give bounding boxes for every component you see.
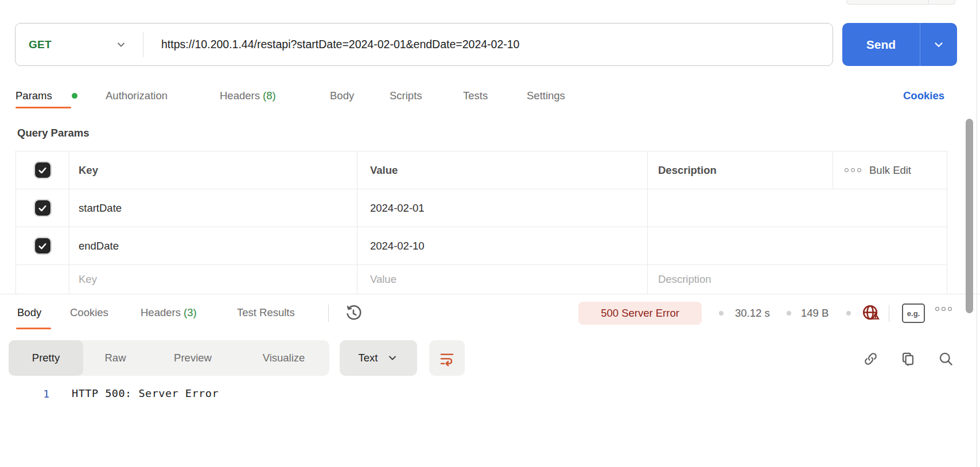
wrap-lines-button[interactable]: [429, 340, 465, 376]
active-tab-underline: [15, 107, 71, 108]
meta-divider: [889, 305, 889, 322]
meta-separator-dot: [719, 311, 724, 316]
param-key-cell[interactable]: startDate: [79, 202, 122, 215]
status-badge[interactable]: 500 Server Error: [578, 302, 702, 325]
response-view-switcher: Pretty Raw Preview Visualize: [9, 340, 329, 376]
param-row-new: Key Value Description: [16, 265, 947, 294]
view-tab-preview[interactable]: Preview: [147, 340, 238, 376]
response-history-icon[interactable]: [343, 303, 364, 324]
method-label: GET: [29, 38, 52, 51]
param-description-cell[interactable]: [648, 189, 947, 227]
active-response-tab-underline: [16, 328, 51, 329]
view-tab-pretty[interactable]: Pretty: [9, 340, 83, 376]
row-checkbox[interactable]: [35, 200, 50, 216]
send-options-caret[interactable]: [920, 38, 957, 51]
link-icon[interactable]: [862, 351, 878, 367]
meta-separator-dot: [787, 311, 791, 316]
format-dropdown[interactable]: Text: [340, 340, 417, 376]
query-params-heading: Query Params: [17, 127, 89, 139]
panel-right-border: [977, 0, 977, 467]
send-button[interactable]: Send: [842, 23, 957, 66]
params-modified-dot: [72, 93, 77, 99]
view-tab-raw[interactable]: Raw: [83, 340, 147, 376]
chevron-down-icon: [115, 39, 127, 50]
wrap-lines-icon: [438, 349, 456, 367]
column-header-description: Description: [658, 164, 717, 177]
copy-icon[interactable]: [900, 351, 916, 367]
param-key-cell[interactable]: endDate: [79, 240, 119, 252]
response-tab-headers[interactable]: Headers (3): [141, 306, 197, 319]
response-tab-body[interactable]: Body: [17, 306, 41, 319]
meta-separator-dot: [846, 311, 851, 316]
more-options-icon[interactable]: [935, 307, 952, 311]
tab-headers[interactable]: Headers (8): [220, 89, 276, 102]
tab-body[interactable]: Body: [330, 89, 354, 102]
new-description-input[interactable]: Description: [658, 273, 711, 286]
method-selector[interactable]: GET: [15, 24, 143, 65]
param-value-cell[interactable]: 2024-02-01: [370, 202, 425, 215]
row-checkbox[interactable]: [35, 238, 50, 254]
param-value-cell[interactable]: 2024-02-10: [370, 240, 425, 252]
url-bar: GET: [15, 23, 833, 66]
param-description-cell[interactable]: [648, 227, 947, 264]
line-number: 1: [36, 388, 49, 400]
search-icon[interactable]: [938, 351, 954, 367]
save-split-divider: [928, 0, 929, 5]
view-tab-visualize[interactable]: Visualize: [238, 340, 329, 376]
bulk-edit-button[interactable]: Bulk Edit: [869, 164, 911, 177]
new-key-input[interactable]: Key: [79, 273, 97, 286]
select-all-checkbox[interactable]: [35, 162, 50, 178]
query-params-table: Key Value Description Bulk Edit startDat…: [15, 151, 947, 294]
tab-authorization[interactable]: Authorization: [106, 89, 168, 102]
response-size[interactable]: 149 B: [801, 307, 829, 320]
table-header-row: Key Value Description Bulk Edit: [16, 151, 947, 189]
vertical-scrollbar[interactable]: [966, 119, 973, 313]
column-options-icon[interactable]: [845, 168, 861, 172]
url-input[interactable]: [143, 38, 833, 51]
example-icon[interactable]: e.g.: [902, 303, 925, 323]
param-row-startdate: startDate 2024-02-01: [16, 189, 947, 227]
format-dropdown-value: Text: [359, 352, 378, 364]
tab-settings[interactable]: Settings: [527, 89, 565, 102]
cookies-link[interactable]: Cookies: [903, 89, 944, 102]
tab-tests[interactable]: Tests: [463, 89, 488, 102]
save-split-button-partial[interactable]: [846, 0, 955, 5]
response-headers-count: (3): [184, 306, 197, 318]
response-tab-test-results[interactable]: Test Results: [237, 306, 295, 319]
postman-request-view: GET Send Params Authorization Headers (8…: [0, 0, 980, 467]
send-button-label: Send: [842, 38, 920, 52]
tab-scripts[interactable]: Scripts: [390, 89, 422, 102]
headers-count: (8): [263, 89, 276, 102]
response-tab-cookies[interactable]: Cookies: [70, 306, 108, 319]
response-body-text[interactable]: HTTP 500: Server Error: [72, 387, 219, 399]
chevron-down-icon: [387, 352, 398, 364]
request-response-splitter[interactable]: [0, 294, 980, 294]
network-warning-icon[interactable]: [860, 303, 882, 324]
tab-params[interactable]: Params: [15, 89, 52, 102]
new-value-input[interactable]: Value: [370, 273, 396, 286]
column-header-key: Key: [79, 164, 98, 177]
param-row-enddate: endDate 2024-02-10: [16, 227, 947, 265]
response-time[interactable]: 30.12 s: [735, 307, 770, 320]
column-header-value: Value: [370, 164, 398, 177]
response-tabs-divider: [328, 305, 329, 322]
